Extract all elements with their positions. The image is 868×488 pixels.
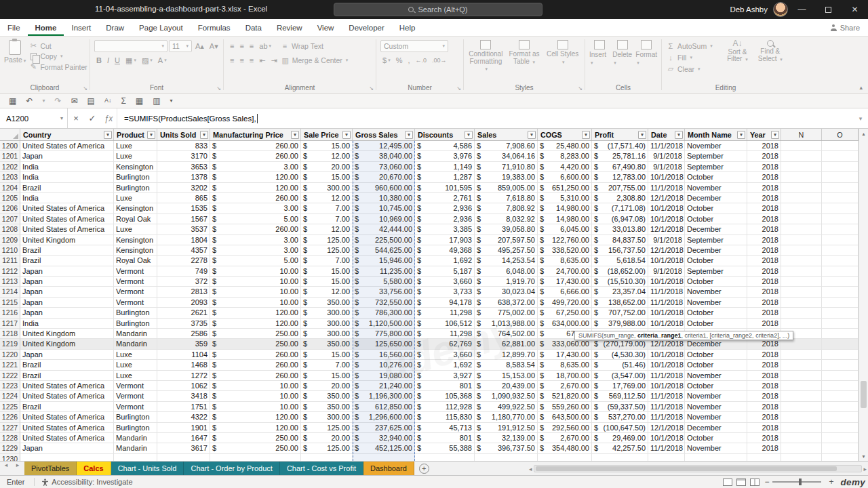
align-right-button[interactable]: ≡ [248,54,256,66]
cell[interactable]: 1378 [157,172,210,182]
filter-icon[interactable]: ▾ [528,131,536,139]
cell[interactable]: $801 [415,381,475,391]
cell[interactable]: $225,500.00 [353,235,415,245]
format-cells-button[interactable]: Format ▾ [635,40,657,66]
cell[interactable]: $10.00 [210,277,301,287]
filter-icon[interactable]: ▾ [771,131,779,139]
cell[interactable] [822,235,859,245]
cell[interactable]: $300.00 [301,329,353,339]
row-number[interactable]: 1217 [0,319,20,329]
formula-input[interactable]: =SUMIFS(ProductSales[Gross Sales], [117,108,853,128]
cell[interactable]: Kensington [114,203,157,214]
row-number[interactable]: 1230 [0,454,20,461]
cell[interactable]: Mandarin [114,443,157,453]
cell[interactable]: $3,660 [415,277,475,287]
cell[interactable] [781,339,822,349]
cell[interactable]: 10/1/2018 [648,350,685,360]
cell[interactable]: 1901 [157,423,210,433]
sheet-tab-chart-cost-vs-profit[interactable]: Chart - Cost vs Profit [280,462,363,475]
cell[interactable]: $10,276.00 [353,360,415,370]
cell[interactable]: $260.00 [210,350,301,360]
cell[interactable]: 2813 [157,287,210,297]
cell[interactable]: Japan [20,308,114,318]
cell[interactable]: Burlington [114,412,157,422]
cell[interactable] [822,193,859,203]
cell[interactable]: $537,270.00 [592,412,648,422]
cell[interactable]: Japan [20,443,114,453]
cell[interactable]: Vermont [114,391,157,401]
cell[interactable] [781,214,822,224]
cell[interactable]: 11/1/2018 [648,443,685,453]
cell[interactable]: 1567 [157,214,210,224]
cell[interactable]: November [685,391,747,401]
align-top-button[interactable]: ≡ [228,40,236,52]
row-number[interactable]: 1203 [0,172,20,182]
cell[interactable]: 12/1/2018 [648,193,685,203]
column-header-sales[interactable]: Sales▾ [475,129,538,140]
name-box[interactable]: A1200 ▾ [0,108,68,128]
accounting-format-button[interactable]: $▾ [380,54,393,66]
cell[interactable]: $559,260.00 [538,402,592,412]
cell[interactable]: $8,635.00 [538,360,592,370]
zoom-in-button[interactable]: + [829,478,834,486]
cell[interactable]: 1062 [157,381,210,391]
find-select-button[interactable]: Find & Select ▾ [755,40,785,63]
cell[interactable]: $12.00 [301,224,353,235]
cell[interactable]: $33,013.80 [592,224,648,235]
cell[interactable]: Luxe [114,193,157,203]
cell[interactable]: $7.00 [301,203,353,214]
cell[interactable]: December [685,245,747,256]
cell[interactable]: $12,783.00 [592,172,648,182]
cell[interactable]: Luxe [114,360,157,370]
cell[interactable] [822,203,859,214]
cell[interactable] [781,371,822,381]
sheet-tab-chart-order-by-product[interactable]: Chart - Order by Product [184,462,279,475]
cell[interactable]: United Kingdom [20,329,114,339]
cell[interactable]: $300.00 [301,183,353,193]
cell[interactable]: $260.00 [210,360,301,370]
align-middle-button[interactable]: ≡ [237,40,245,52]
cell[interactable]: $7,808.92 [475,203,538,214]
cell[interactable]: $8,635.00 [538,256,592,266]
cell[interactable]: 2018 [747,266,781,277]
cell[interactable]: $(6,947.08) [592,214,648,224]
cell[interactable]: $1,692 [415,256,475,266]
quick-print-icon[interactable]: ▤ [87,97,95,105]
cell[interactable]: $2,936 [415,214,475,224]
cell[interactable]: $2,670.00 [538,381,592,391]
cell[interactable]: $544,625.00 [353,245,415,256]
cell[interactable]: $250.00 [210,433,301,443]
ribbon-tab-file[interactable]: File [0,19,28,36]
cell[interactable]: 2018 [747,350,781,360]
cell[interactable] [781,256,822,266]
cell[interactable]: $20.00 [301,381,353,391]
cell[interactable]: 3617 [157,443,210,453]
row-number[interactable]: 1227 [0,423,20,433]
sheet-nav-left-icon[interactable]: ◂ [0,462,12,468]
row-number[interactable]: 1219 [0,339,20,349]
cell[interactable]: 2093 [157,298,210,308]
cell[interactable]: 11/1/2018 [648,412,685,422]
cell[interactable]: 12/1/2018 [648,245,685,256]
cell[interactable]: $32,139.00 [475,433,538,443]
row-number[interactable]: 1214 [0,287,20,297]
cell[interactable]: 2018 [747,162,781,172]
ribbon-tab-view[interactable]: View [310,19,342,36]
grow-font-button[interactable]: A▴ [193,40,206,52]
cell[interactable]: $3,927 [415,371,475,381]
cell[interactable]: 10/1/2018 [648,203,685,214]
filter-icon[interactable]: ▾ [104,131,112,139]
cell[interactable]: Burlington [114,183,157,193]
cell[interactable]: $39,058.80 [475,224,538,235]
row-number[interactable]: 1201 [0,151,20,161]
cell[interactable]: 2018 [747,319,781,329]
cell[interactable]: Burlington [114,423,157,433]
cell[interactable]: $15.00 [301,141,353,151]
ribbon-tab-developer[interactable]: Developer [341,19,391,36]
cell[interactable]: 10/1/2018 [648,277,685,287]
cell[interactable]: India [20,162,114,172]
cell[interactable]: 2018 [747,371,781,381]
cell[interactable]: Japan [20,151,114,161]
cell[interactable]: $7,618.80 [475,193,538,203]
format-painter-button[interactable]: ✎Format Painter [28,62,87,71]
